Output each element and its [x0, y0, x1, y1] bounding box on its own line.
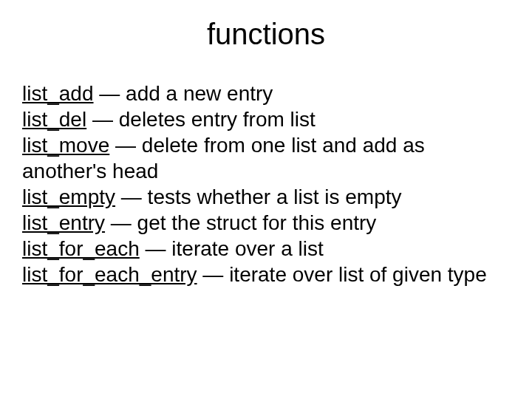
function-desc: — get the struct for this entry — [105, 211, 376, 234]
slide: functions list_add — add a new entry lis… — [0, 0, 532, 399]
function-name: list_add — [22, 82, 94, 105]
function-desc: — deletes entry from list — [86, 108, 316, 131]
function-item: list_add — add a new entry — [22, 81, 510, 106]
function-desc: — iterate over list of given type — [197, 263, 487, 286]
function-item: list_for_each_entry — iterate over list … — [22, 262, 510, 287]
slide-title: functions — [22, 18, 510, 51]
function-desc: — tests whether a list is empty — [115, 185, 401, 208]
slide-body: list_add — add a new entry list_del — de… — [22, 81, 510, 287]
function-name: list_move — [22, 134, 109, 157]
function-name: list_empty — [22, 185, 115, 208]
function-item: list_entry — get the struct for this ent… — [22, 210, 510, 236]
function-item: list_for_each — iterate over a list — [22, 236, 510, 262]
function-item: list_empty — tests whether a list is emp… — [22, 184, 510, 210]
function-item: list_move — delete from one list and add… — [22, 132, 510, 184]
function-desc: — add a new entry — [94, 82, 273, 105]
function-name: list_for_each_entry — [22, 263, 197, 286]
function-name: list_del — [22, 108, 86, 131]
function-item: list_del — deletes entry from list — [22, 106, 510, 132]
function-name: list_for_each — [22, 237, 140, 260]
function-desc: — iterate over a list — [140, 237, 324, 260]
function-name: list_entry — [22, 211, 105, 234]
